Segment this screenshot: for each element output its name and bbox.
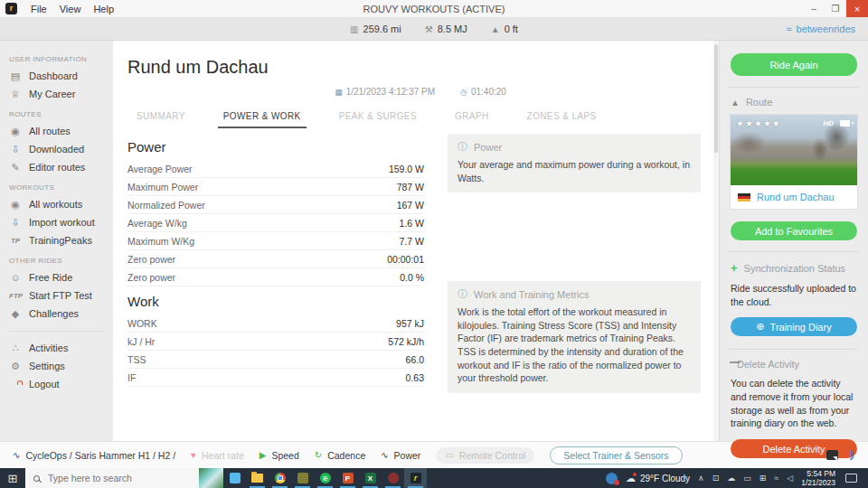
sidebar-item-label: All routes	[29, 126, 71, 136]
bluetooth-icon[interactable]: ᛒ	[849, 449, 855, 462]
cadence-icon: ↻	[315, 450, 322, 460]
power-sensor[interactable]: ∿ Power	[381, 450, 420, 461]
table-row: Maximum W/Kg7.7 W	[127, 232, 424, 250]
minimize-button[interactable]: –	[803, 0, 825, 17]
add-to-favourites-button[interactable]: Add to Favourites	[731, 221, 857, 240]
activity-duration: ◷ 01:40:20	[460, 87, 506, 97]
sidebar-item-all-routes[interactable]: ◉ All routes	[9, 122, 113, 140]
tray-display-icon[interactable]: ⊞	[760, 474, 767, 483]
taskbar-notification-app-icon[interactable]	[606, 473, 618, 484]
remote-icon: ▭	[445, 450, 453, 460]
sync-status-message: Ride successfully uploaded to the cloud.	[731, 282, 857, 308]
heart-rate-sensor[interactable]: ♥ Heart rate	[191, 450, 244, 461]
start-button[interactable]: ⊞	[0, 468, 25, 488]
close-button[interactable]: ×	[846, 0, 868, 17]
taskbar-icon-store[interactable]	[223, 468, 246, 488]
sidebar-item-challenges[interactable]: ◆ Challenges	[9, 305, 113, 323]
tab-power-and-work[interactable]: POWER & WORK	[218, 108, 307, 128]
taskbar-search[interactable]	[25, 468, 199, 488]
route-name-link[interactable]: Rund um Dachau	[757, 192, 835, 202]
sidebar-item-import-workout[interactable]: ⇩ Import workout	[9, 213, 113, 231]
scrollbar[interactable]	[713, 41, 719, 441]
news-widget-thumbnail[interactable]	[199, 468, 223, 488]
taskbar-icon-game[interactable]	[291, 468, 314, 488]
tray-app-icon[interactable]: ▭	[743, 474, 751, 483]
sidebar-item-label: All workouts	[29, 199, 82, 210]
table-row: IF0.63	[127, 369, 424, 387]
trainer-name[interactable]: ∿ CycleOps / Saris Hammer H1 / H2 /	[13, 450, 175, 461]
maximize-button[interactable]: ❐	[825, 0, 846, 17]
speed-label: Speed	[271, 450, 298, 461]
taskbar-icon-rouvy[interactable]: r	[404, 468, 427, 488]
sidebar-item-trainingpeaks[interactable]: TP TrainingPeaks	[9, 231, 113, 249]
row-label: Zero power	[127, 272, 175, 283]
action-center-icon[interactable]	[845, 474, 857, 483]
sidebar-header-other-rides: OTHER RIDES	[9, 257, 113, 265]
info-box-body: Your average and maximum power during a …	[458, 158, 691, 184]
sidebar-divider	[9, 331, 104, 332]
row-value: 0.0 %	[400, 272, 424, 283]
sidebar-item-all-workouts[interactable]: ◉ All workouts	[9, 195, 113, 213]
taskbar-icon-file-explorer[interactable]	[246, 468, 269, 488]
tab-peak-and-surges[interactable]: PEAK & SURGES	[334, 108, 422, 128]
sidebar-item-dashboard[interactable]: ▤ Dashboard	[9, 67, 113, 85]
user-account[interactable]: ≈ betweenrides	[787, 23, 855, 34]
volume-icon[interactable]: ◁	[787, 474, 793, 483]
sidebar-item-editor-routes[interactable]: ✎ Editor routes	[9, 158, 113, 176]
tray-expand-icon[interactable]: ∧	[698, 474, 704, 483]
route-card[interactable]: ★★★★★ HD Rund um Dachau	[731, 115, 857, 209]
wifi-icon[interactable]: ≈	[774, 474, 778, 483]
trophy-icon: ♕	[9, 89, 22, 100]
training-diary-label: Training Diary	[770, 322, 832, 333]
table-row: Zero power0.0 %	[127, 268, 424, 286]
taskbar-clock[interactable]: 5:54 PM 1/21/2023	[801, 469, 835, 487]
sidebar-item-settings[interactable]: ⚙ Settings	[9, 357, 113, 375]
menu-view[interactable]: View	[53, 4, 88, 14]
dashboard-icon: ▤	[9, 70, 22, 82]
search-input[interactable]	[46, 472, 173, 484]
remote-control-sensor[interactable]: ▭ Remote Control	[436, 447, 534, 464]
sidebar-item-label: My Career	[29, 89, 75, 99]
tab-graph[interactable]: GRAPH	[449, 108, 495, 128]
row-value: 7.7 W	[400, 236, 424, 247]
weather-widget[interactable]: ☁ 29°F Cloudy	[626, 473, 690, 484]
sidebar-item-downloaded[interactable]: ⇩ Downloaded	[9, 140, 113, 158]
ride-again-button[interactable]: Ride Again	[731, 53, 857, 76]
route-thumbnail[interactable]: ★★★★★ HD	[731, 115, 857, 185]
row-label: Normalized Power	[127, 200, 205, 211]
taskbar-icon-powerpoint[interactable]: P	[336, 468, 359, 488]
sidebar-item-label: Activities	[29, 343, 68, 353]
menu-file[interactable]: File	[24, 4, 53, 14]
training-diary-button[interactable]: ⊕ Training Diary	[731, 317, 857, 336]
taskbar-icon-excel[interactable]: X	[359, 468, 382, 488]
hd-badge: HD	[823, 119, 834, 127]
weather-label: 29°F Cloudy	[640, 474, 690, 483]
row-value: 159.0 W	[389, 164, 424, 174]
tab-zones-and-laps[interactable]: ZONES & LAPS	[522, 108, 602, 128]
cadence-sensor[interactable]: ↻ Cadence	[315, 450, 365, 461]
sidebar-item-free-ride[interactable]: ☺ Free Ride	[9, 268, 113, 286]
sidebar-item-logout[interactable]: Logout	[9, 375, 113, 393]
page-title: Rund um Dachau	[127, 57, 713, 78]
row-label: TSS	[127, 354, 146, 365]
route-rating-stars: ★★★★★	[736, 118, 781, 128]
sidebar-item-activities[interactable]: ∴ Activities	[9, 339, 113, 357]
sidebar-item-my-career[interactable]: ♕ My Career	[9, 85, 113, 103]
work-info-box: ⓘ Work and Training Metrics Work is the …	[448, 281, 701, 393]
right-panel: Ride Again ▲ Route ★★★★★ HD Rund um Dach…	[719, 41, 868, 441]
taskbar-icon-game2[interactable]	[382, 468, 404, 488]
activity-detail-panel: Rund um Dachau ▦ 1/21/2023 4:12:37 PM ◷ …	[113, 41, 719, 441]
menu-help[interactable]: Help	[87, 4, 120, 14]
tray-onedrive-icon[interactable]: ☁	[727, 474, 735, 483]
gear-icon: ⚙	[9, 361, 22, 372]
row-value: 787 W	[397, 182, 424, 192]
tray-monitor-icon[interactable]: ⊡	[712, 474, 720, 483]
cast-icon[interactable]	[826, 450, 838, 460]
speed-sensor[interactable]: ▶ Speed	[259, 450, 299, 461]
tab-summary[interactable]: SUMMARY	[131, 108, 191, 128]
sidebar-item-start-ftp-test[interactable]: FTP Start FTP Test	[9, 286, 113, 305]
select-trainer-sensors-button[interactable]: Select Trainer & Sensors	[550, 446, 682, 465]
taskbar-icon-chrome[interactable]	[269, 468, 291, 488]
taskbar-icon-spotify[interactable]: ≋	[314, 468, 336, 488]
sidebar-item-label: Import workout	[29, 217, 95, 228]
